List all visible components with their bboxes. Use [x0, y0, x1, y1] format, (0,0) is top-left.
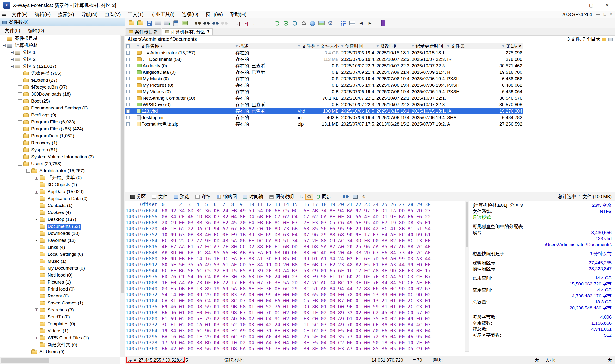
hex-row[interactable]: 140519706560A 34 CE 46 CD B8 D7 32 04 8E…: [125, 213, 465, 220]
gallery-zoom-icon[interactable]: [306, 194, 313, 199]
tree-item[interactable]: 案件根目录: [0, 35, 120, 42]
row-checkbox[interactable]: [126, 103, 130, 106]
hex-row[interactable]: 1405197091280 5E 50 35 5A 49 53 A1 AF CD…: [125, 261, 465, 267]
create-image-icon[interactable]: [154, 19, 162, 27]
table-row[interactable]: . = Documents (53)存在的113 MB2025/07/06 19…: [125, 56, 523, 63]
row-checkbox[interactable]: [126, 77, 130, 80]
help-book-icon[interactable]: [379, 19, 387, 27]
table-row[interactable]: Foxmail绿色版.zip存在的zip13.1 MB2025/07/07 17…: [125, 121, 523, 127]
hex-row[interactable]: 14051971136E9 46 01 00 D8 59 01 00 9B 68…: [125, 303, 465, 310]
maximize-button[interactable]: ▢: [583, 0, 599, 11]
mode-tab-preview[interactable]: 预览: [171, 193, 192, 201]
tree-item[interactable]: +ProgramData (1,052): [0, 132, 120, 140]
hex-row[interactable]: 140519706882D C9 E0 03 BB 36 03 F2 45 20…: [125, 220, 465, 225]
expand-box-icon[interactable]: +: [18, 127, 22, 131]
sector-indicator[interactable]: 扇区 27,445,255 / 39,528,415: [125, 356, 221, 364]
hex-row[interactable]: 1405197104003 E5 DB FA 13 89 19 A9 5A F8…: [125, 286, 465, 291]
expand-box-icon[interactable]: +: [35, 218, 38, 221]
tree-item[interactable]: My Documents (0): [0, 265, 120, 272]
up-level-icon[interactable]: [608, 38, 613, 41]
picture-icon[interactable]: [318, 19, 325, 27]
column-header[interactable]: 记录更新时间: [411, 43, 446, 49]
sort-updown-icon[interactable]: ↑↓: [297, 193, 305, 200]
tree-item[interactable]: Templates (0): [0, 321, 120, 327]
tree-item[interactable]: +$Recycle.Bin (97): [0, 84, 120, 91]
expand-box-icon[interactable]: +: [18, 99, 22, 103]
tree-item[interactable]: PrintHood (0): [0, 286, 120, 293]
tree-item[interactable]: +AppData (15,020): [0, 188, 120, 195]
data-window-tab[interactable]: 计算机检材, 分区 3: [162, 28, 213, 35]
row-checkbox[interactable]: [126, 51, 130, 54]
row-checkbox[interactable]: [126, 122, 130, 126]
tree-item[interactable]: +360Downloads (18): [0, 91, 120, 98]
wave-icon[interactable]: ≈: [334, 193, 340, 200]
column-header[interactable]: 修改时间: [375, 43, 411, 49]
menu-item[interactable]: 工具(T): [124, 11, 147, 18]
row-checkbox[interactable]: [126, 71, 130, 74]
column-header[interactable]: 文件大小: [316, 43, 340, 49]
hex-row[interactable]: 140519708808F 0D EB FE C4 16 1E 9C FA E7…: [125, 256, 465, 261]
tree-item[interactable]: +Boot (25): [0, 98, 120, 105]
tree-item[interactable]: All Users (0): [0, 348, 120, 355]
row-checkbox[interactable]: [126, 84, 130, 87]
directory-browser-icon[interactable]: [348, 19, 356, 27]
tree-item[interactable]: PerfLogs (9): [0, 112, 120, 119]
hex-row[interactable]: 140519709446C FF B6 5F AC C5 22 F9 15 E5…: [125, 267, 465, 273]
tree-item[interactable]: 新建文件夹 (0): [0, 341, 120, 348]
collapse-box-icon[interactable]: −: [18, 162, 22, 166]
table-row[interactable]: Audacity (0)存在的, 已查看0 B2025/10/07 22:3..…: [125, 63, 523, 69]
menu-item[interactable]: 专业工具(I): [147, 11, 178, 18]
table-row[interactable]: .. = Administrator (15,257)存在的3.4 GB2025…: [125, 50, 523, 56]
refresh-add-icon[interactable]: [282, 19, 290, 27]
filter-funnel-icon[interactable]: [137, 45, 139, 47]
header-checkbox[interactable]: [126, 44, 130, 48]
tree-item[interactable]: +$Extend (27): [0, 77, 120, 84]
tree-item[interactable]: Cookies (4): [0, 209, 120, 216]
back-icon[interactable]: [251, 19, 259, 27]
options-gear-icon[interactable]: [326, 19, 334, 27]
simultaneous-search-icon[interactable]: [203, 19, 211, 27]
tree-item[interactable]: +Sysprep (81): [0, 146, 120, 154]
mode-tab-legend[interactable]: 图例说明: [267, 193, 297, 201]
column-header[interactable]: 文件类: [297, 43, 316, 49]
add-image-icon[interactable]: [163, 19, 171, 27]
mode-tab-sync[interactable]: 同步: [313, 193, 334, 201]
tree-item[interactable]: +Recovery (1): [0, 140, 120, 146]
expand-box-icon[interactable]: +: [18, 120, 22, 124]
filter-funnel-icon[interactable]: [235, 45, 238, 47]
row-checkbox[interactable]: [126, 64, 130, 67]
crosshair-icon[interactable]: ⊕: [360, 193, 367, 200]
tree-item[interactable]: +Program Files (x86) (424): [0, 126, 120, 132]
tree-item[interactable]: Application Data (0): [0, 195, 120, 202]
filter-funnel-icon[interactable]: [376, 45, 379, 47]
tree-item[interactable]: Pictures (1): [0, 279, 120, 286]
column-header[interactable]: 描述: [234, 43, 297, 49]
table-row[interactable]: WPSDrive (0)存在的, 已查看0 B2025/10/07 22:3..…: [125, 101, 523, 108]
table-row[interactable]: KingsoftData (0)存在的, 已查看0 B2025/07/09 21…: [125, 69, 523, 75]
hex-row[interactable]: 1405197132817 A9 04 00 88 BD 04 00 10 D2…: [125, 339, 465, 346]
menu-item[interactable]: 查看(V): [101, 11, 124, 18]
collapse-box-icon[interactable]: −: [2, 44, 6, 47]
next-object-icon[interactable]: [366, 19, 374, 27]
tree-item[interactable]: −Administrator (15,257): [0, 167, 120, 174]
save-case-icon[interactable]: [145, 19, 153, 27]
text-search-icon[interactable]: [221, 19, 228, 27]
column-header[interactable]: [125, 43, 136, 49]
menu-item[interactable]: 选项(O): [178, 11, 202, 18]
hex-viewer[interactable]: Offset0 1 2 3 4 5 6 7 8 9 10 11 12 13 14…: [125, 201, 465, 351]
expand-box-icon[interactable]: +: [18, 141, 22, 145]
tree-item[interactable]: −分区 3 (121,027): [0, 63, 120, 70]
tree-item[interactable]: −计算机检材: [0, 42, 120, 49]
table-row[interactable]: 123.vhd存在的, 已查看vhd100 MB2025/10/06 16:5.…: [125, 108, 523, 114]
magnifier-icon[interactable]: [300, 19, 308, 27]
hex-row[interactable]: 14051971200E1 69 02 00 5E 79 02 00 AD 8B…: [125, 315, 465, 322]
mdi-minimize-icon[interactable]: —: [596, 12, 600, 17]
hex-row[interactable]: 140519710081E F0 A4 AF 73 DE BE 72 17 EE…: [125, 279, 465, 286]
mode-tab-timeline[interactable]: 时间轴: [240, 193, 266, 201]
expand-box-icon[interactable]: +: [10, 58, 14, 61]
menu-item[interactable]: 导航(N): [78, 11, 101, 18]
mdi-restore-icon[interactable]: □: [604, 12, 606, 17]
row-checkbox[interactable]: [126, 58, 130, 61]
collapse-box-icon[interactable]: −: [10, 65, 14, 68]
minimize-button[interactable]: —: [567, 0, 583, 11]
